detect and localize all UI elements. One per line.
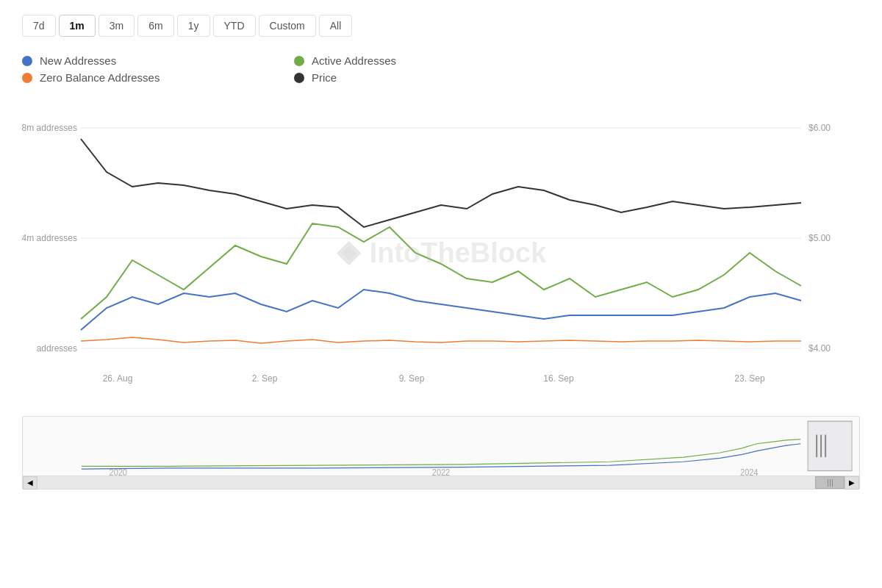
btn-1m[interactable]: 1m xyxy=(59,15,96,37)
btn-all[interactable]: All xyxy=(319,15,353,37)
svg-text:$6.00: $6.00 xyxy=(808,123,831,133)
legend-label-price: Price xyxy=(312,71,337,84)
chart-legend: New Addresses Active Addresses Zero Bala… xyxy=(22,54,537,84)
svg-text:9. Sep: 9. Sep xyxy=(399,373,425,384)
legend-label-active: Active Addresses xyxy=(312,54,396,67)
btn-3m[interactable]: 3m xyxy=(98,15,135,37)
legend-price[interactable]: Price xyxy=(294,71,537,84)
chart-svg: 4.8m addresses 2.4m addresses addresses … xyxy=(22,98,860,407)
svg-text:4.8m addresses: 4.8m addresses xyxy=(22,123,77,133)
app-container: 7d 1m 3m 6m 1y YTD Custom All New Addres… xyxy=(0,0,882,588)
svg-text:16. Sep: 16. Sep xyxy=(543,373,574,384)
svg-text:2. Sep: 2. Sep xyxy=(252,373,278,384)
scroll-bar xyxy=(37,476,845,489)
legend-zero-balance[interactable]: Zero Balance Addresses xyxy=(22,71,265,84)
legend-label-new: New Addresses xyxy=(40,54,116,67)
legend-dot-new xyxy=(22,56,32,66)
time-range-bar: 7d 1m 3m 6m 1y YTD Custom All xyxy=(22,15,860,37)
legend-dot-price xyxy=(294,73,304,83)
btn-7d[interactable]: 7d xyxy=(22,15,56,37)
svg-text:$4.00: $4.00 xyxy=(808,343,831,354)
legend-active-addresses[interactable]: Active Addresses xyxy=(294,54,537,67)
legend-label-zero: Zero Balance Addresses xyxy=(40,71,159,84)
btn-6m[interactable]: 6m xyxy=(137,15,173,37)
grip-line-1 xyxy=(828,479,828,487)
grip-line-3 xyxy=(832,479,833,487)
legend-dot-active xyxy=(294,56,304,66)
btn-ytd[interactable]: YTD xyxy=(213,15,256,37)
navigator-chart: 2020 2022 2024 ◀ ▶ xyxy=(22,416,860,490)
scroll-thumb[interactable] xyxy=(815,476,845,489)
svg-text:2.4m addresses: 2.4m addresses xyxy=(22,233,77,243)
btn-custom[interactable]: Custom xyxy=(259,15,316,37)
legend-dot-zero xyxy=(22,73,32,83)
svg-text:23. Sep: 23. Sep xyxy=(734,373,765,384)
svg-rect-19 xyxy=(808,421,852,470)
svg-text:26. Aug: 26. Aug xyxy=(103,373,133,384)
grip-line-2 xyxy=(830,479,831,487)
scroll-right-arrow[interactable]: ▶ xyxy=(845,476,859,490)
btn-1y[interactable]: 1y xyxy=(177,15,210,37)
scroll-left-arrow[interactable]: ◀ xyxy=(23,476,37,490)
svg-text:$5.00: $5.00 xyxy=(808,233,831,243)
legend-new-addresses[interactable]: New Addresses xyxy=(22,54,265,67)
svg-text:addresses: addresses xyxy=(37,343,77,354)
scrollbar: ◀ ▶ xyxy=(23,476,859,489)
main-chart: IntoTheBlock 4.8m addresses 2.4m address… xyxy=(22,98,860,407)
